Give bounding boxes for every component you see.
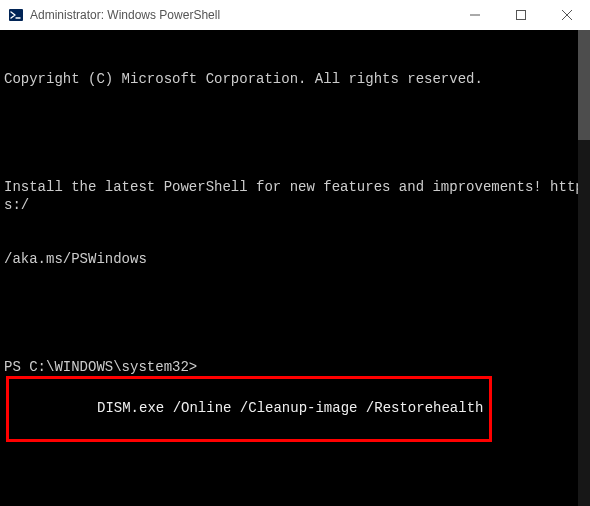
powershell-window: Administrator: Windows PowerShell Copyri… <box>0 0 590 506</box>
prompt-text: PS C:\WINDOWS\system32> <box>4 358 197 376</box>
close-button[interactable] <box>544 0 590 30</box>
command-text: DISM.exe /Online /Cleanup-image /Restore… <box>97 400 483 416</box>
copyright-line: Copyright (C) Microsoft Corporation. All… <box>4 70 584 88</box>
vertical-scrollbar[interactable] <box>578 30 590 506</box>
minimize-button[interactable] <box>452 0 498 30</box>
titlebar[interactable]: Administrator: Windows PowerShell <box>0 0 590 30</box>
command-highlight-box: DISM.exe /Online /Cleanup-image /Restore… <box>6 376 492 442</box>
blank-line <box>4 304 584 322</box>
install-msg-line1: Install the latest PowerShell for new fe… <box>4 178 584 214</box>
terminal-area[interactable]: Copyright (C) Microsoft Corporation. All… <box>0 30 590 506</box>
maximize-button[interactable] <box>498 0 544 30</box>
window-controls <box>452 0 590 30</box>
svg-rect-0 <box>9 9 23 21</box>
blank-line <box>4 124 584 142</box>
terminal-output: Copyright (C) Microsoft Corporation. All… <box>0 30 590 484</box>
powershell-icon <box>8 7 24 23</box>
install-msg-line2: /aka.ms/PSWindows <box>4 250 584 268</box>
window-title: Administrator: Windows PowerShell <box>30 8 452 22</box>
svg-rect-3 <box>517 11 526 20</box>
scrollbar-thumb[interactable] <box>578 30 590 140</box>
prompt-line: PS C:\WINDOWS\system32> DISM.exe /Online… <box>4 358 584 442</box>
